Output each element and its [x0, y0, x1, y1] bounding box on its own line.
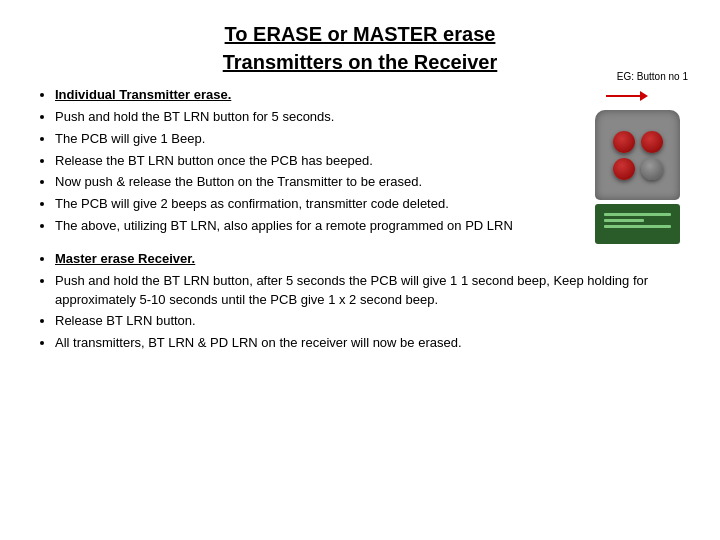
master-bullet-2: Release BT LRN button.	[55, 312, 690, 331]
content-area: Individual Transmitter erase. Push and h…	[30, 86, 690, 353]
individual-title-item: Individual Transmitter erase.	[55, 86, 690, 105]
individual-title: Individual Transmitter erase.	[55, 87, 231, 102]
master-title-item: Master erase Receiver.	[55, 250, 690, 269]
eg-label: EG: Button no 1	[595, 71, 688, 82]
header-line2: Transmitters on the Receiver	[223, 51, 498, 73]
page: To ERASE or MASTER erase Transmitters on…	[0, 0, 720, 540]
individual-bullet-3: Release the BT LRN button once the PCB h…	[55, 152, 690, 171]
individual-bullet-4: Now push & release the Button on the Tra…	[55, 173, 690, 192]
header-title: To ERASE or MASTER erase Transmitters on…	[30, 20, 690, 76]
master-bullet-3: All transmitters, BT LRN & PD LRN on the…	[55, 334, 690, 353]
individual-bullet-6: The above, utilizing BT LRN, also applie…	[55, 217, 690, 236]
individual-bullet-2: The PCB will give 1 Beep.	[55, 130, 690, 149]
master-bullet-1: Push and hold the BT LRN button, after 5…	[55, 272, 690, 310]
header-line1: To ERASE or MASTER erase	[225, 23, 496, 45]
master-list: Master erase Receiver. Push and hold the…	[30, 250, 690, 353]
header: To ERASE or MASTER erase Transmitters on…	[30, 20, 690, 76]
individual-bullet-1: Push and hold the BT LRN button for 5 se…	[55, 108, 690, 127]
individual-list: Individual Transmitter erase. Push and h…	[30, 86, 690, 236]
individual-bullet-5: The PCB will give 2 beeps as confirmatio…	[55, 195, 690, 214]
master-title: Master erase Receiver.	[55, 251, 195, 266]
